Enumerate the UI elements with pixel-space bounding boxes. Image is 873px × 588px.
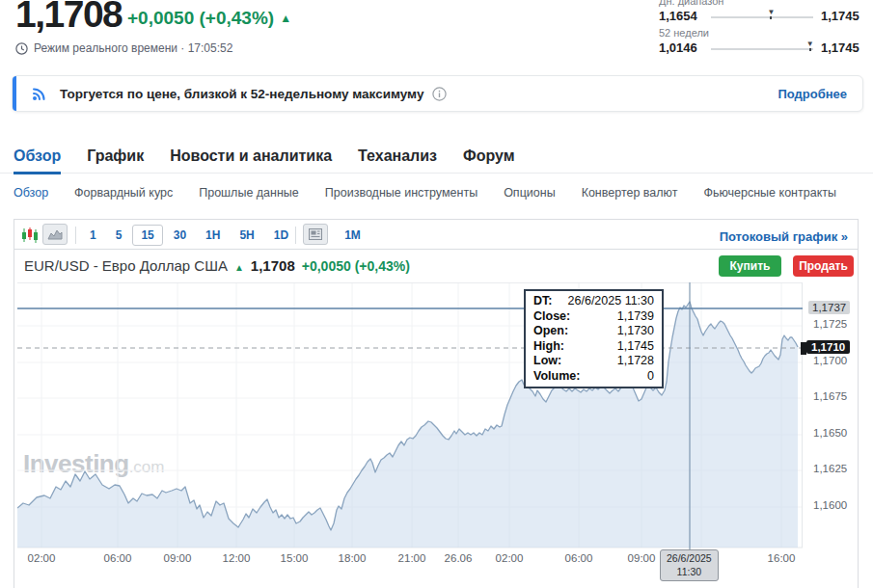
subtab-Обзор[interactable]: Обзор bbox=[14, 186, 48, 200]
x-axis-label: 12:00 bbox=[223, 552, 251, 564]
daily-range-marker: ▼ bbox=[768, 9, 776, 19]
x-axis-label: 21:00 bbox=[398, 552, 426, 564]
weeks52-range-high: 1,1745 bbox=[821, 40, 859, 55]
chart-up-arrow-icon: ▲ bbox=[234, 262, 244, 273]
clock-icon bbox=[15, 42, 28, 55]
price-chart[interactable] bbox=[17, 282, 803, 551]
y-axis-label: 1,1710 bbox=[806, 340, 850, 354]
y-axis-label: 1,1725 bbox=[813, 318, 847, 330]
y-axis-label: 1,1737 bbox=[808, 301, 850, 314]
tab-Обзор[interactable]: Обзор bbox=[14, 141, 61, 174]
interval-5H[interactable]: 5H bbox=[231, 225, 262, 246]
daily-range-low: 1,1654 bbox=[659, 9, 697, 23]
y-axis-label: 1,1650 bbox=[813, 427, 847, 439]
sell-button[interactable]: Продать bbox=[793, 255, 854, 277]
tab-График[interactable]: График bbox=[87, 141, 144, 174]
x-axis-label: 15:00 bbox=[281, 552, 309, 564]
chart-change: +0,0050 (+0,43%) bbox=[302, 258, 410, 274]
interval-5[interactable]: 5 bbox=[107, 225, 131, 246]
y-axis-label: 1,1675 bbox=[813, 390, 847, 402]
price-change: +0,0050 (+0,43%)▲ bbox=[127, 8, 291, 29]
buy-button[interactable]: Купить bbox=[719, 255, 781, 277]
news-panel-icon[interactable] bbox=[303, 224, 328, 245]
x-axis-label: 16:00 bbox=[768, 552, 796, 564]
chart-tooltip: DT:26/6/2025 11:30Close:1,1739Open:1,173… bbox=[524, 289, 664, 388]
tooltip-row: Open:1,1730 bbox=[533, 324, 654, 339]
price-change-value: +0,0050 (+0,43%) bbox=[127, 8, 274, 28]
daily-range-track: ▼ bbox=[711, 16, 813, 18]
subtab-Прошлые данные[interactable]: Прошлые данные bbox=[199, 186, 299, 200]
tooltip-label: DT: bbox=[533, 294, 552, 309]
info-icon[interactable] bbox=[432, 87, 447, 101]
up-arrow-icon: ▲ bbox=[280, 12, 291, 25]
main-tabs: ОбзорГрафикНовости и аналитикаТеханализФ… bbox=[0, 141, 873, 174]
tooltip-label: Open: bbox=[533, 324, 568, 339]
weeks52-range-marker: ▼ bbox=[806, 40, 814, 51]
x-axis-label: 02:00 bbox=[28, 552, 56, 564]
daily-range-label: Дн. диапазон bbox=[659, 0, 723, 7]
tooltip-value: 1,1739 bbox=[617, 309, 654, 325]
toolbar-divider bbox=[14, 249, 859, 250]
tab-Теханализ[interactable]: Теханализ bbox=[358, 141, 437, 174]
alert-more-link[interactable]: Подробнее bbox=[778, 87, 847, 101]
weeks52-range-low: 1,0146 bbox=[659, 40, 697, 55]
tab-Форум[interactable]: Форум bbox=[463, 141, 515, 174]
tooltip-row: Volume:0 bbox=[533, 369, 654, 385]
interval-1M[interactable]: 1M bbox=[336, 225, 369, 246]
x-axis-label: 09:00 bbox=[164, 552, 192, 564]
subtab-Конвертер валют[interactable]: Конвертер валют bbox=[582, 186, 678, 200]
crosshair-time: 11:30 bbox=[667, 566, 712, 579]
tooltip-label: Close: bbox=[533, 309, 570, 325]
weeks52-range-label: 52 недели bbox=[659, 27, 709, 39]
interval-1H[interactable]: 1H bbox=[197, 225, 229, 246]
candlestick-chart-icon[interactable] bbox=[21, 227, 39, 244]
chart-price: 1,1708 bbox=[251, 257, 295, 274]
x-axis-label: 06:00 bbox=[565, 552, 593, 564]
realtime-label: Режим реального времени · 17:05:52 bbox=[34, 41, 232, 55]
tooltip-value: 26/6/2025 11:30 bbox=[568, 294, 654, 309]
tooltip-value: 0 bbox=[647, 369, 654, 385]
crosshair-date: 26/6/2025 bbox=[667, 552, 712, 566]
y-axis-label: 1,1625 bbox=[813, 463, 847, 474]
tooltip-row: Close:1,1739 bbox=[533, 309, 654, 325]
daily-range-high: 1,1745 bbox=[821, 9, 859, 23]
tooltip-label: Low: bbox=[533, 354, 561, 369]
x-axis-label: 26.06 bbox=[445, 552, 473, 564]
subtab-Форвардный курс[interactable]: Форвардный курс bbox=[74, 186, 173, 200]
tooltip-label: High: bbox=[533, 339, 564, 355]
subtab-Производные инструменты[interactable]: Производные инструменты bbox=[325, 186, 477, 200]
area-chart-icon[interactable] bbox=[42, 224, 68, 245]
tooltip-row: Low:1,1728 bbox=[533, 354, 654, 369]
page: 1,1708 +0,0050 (+0,43%)▲ Режим реального… bbox=[0, 0, 873, 588]
chart-instrument-title: EUR/USD - Евро Доллар США bbox=[24, 257, 228, 274]
y-axis-label: 1,1700 bbox=[813, 355, 847, 366]
crosshair-date-badge: 26/6/2025 11:30 bbox=[660, 549, 719, 581]
subtab-Фьючерсные контракты[interactable]: Фьючерсные контракты bbox=[703, 186, 836, 200]
interval-1[interactable]: 1 bbox=[81, 225, 105, 246]
y-axis-label: 1,1600 bbox=[813, 499, 847, 511]
interval-30[interactable]: 30 bbox=[165, 225, 195, 246]
alert-text: Торгуется по цене, близкой к 52-недельно… bbox=[60, 87, 423, 101]
subtab-Опционы[interactable]: Опционы bbox=[504, 186, 555, 200]
tab-Новости и аналитика[interactable]: Новости и аналитика bbox=[170, 141, 332, 174]
alert-banner: Торгуется по цене, близкой к 52-недельно… bbox=[12, 75, 863, 112]
x-axis-label: 18:00 bbox=[339, 552, 367, 564]
alert-accent-bar bbox=[13, 76, 16, 111]
realtime-status: Режим реального времени · 17:05:52 bbox=[15, 41, 232, 55]
x-axis-label: 02:00 bbox=[496, 552, 524, 564]
current-price: 1,1708 bbox=[15, 0, 122, 36]
tooltip-value: 1,1728 bbox=[617, 354, 654, 369]
streaming-icon bbox=[31, 85, 48, 102]
x-axis-label: 06:00 bbox=[104, 552, 132, 564]
interval-15[interactable]: 15 bbox=[132, 225, 162, 246]
interval-1D[interactable]: 1D bbox=[265, 225, 297, 246]
weeks52-range-track: ▼ bbox=[711, 48, 813, 50]
streaming-chart-link[interactable]: Потоковый график » bbox=[720, 229, 848, 244]
tooltip-row: DT:26/6/2025 11:30 bbox=[533, 294, 654, 309]
chart-title-row: EUR/USD - Евро Доллар США ▲ 1,1708 +0,00… bbox=[24, 257, 410, 274]
last-price-edge-marker bbox=[801, 342, 806, 355]
tooltip-value: 1,1745 bbox=[617, 339, 654, 355]
tooltip-value: 1,1730 bbox=[617, 324, 654, 339]
sub-tabs: ОбзорФорвардный курсПрошлые данныеПроизв… bbox=[14, 181, 836, 204]
tooltip-label: Volume: bbox=[533, 369, 580, 385]
